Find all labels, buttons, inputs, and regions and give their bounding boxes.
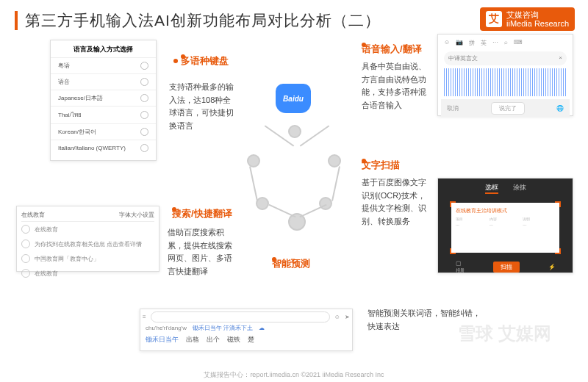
predict-mid: chu'he'ri'dang'w 锄禾日当午 汗滴禾下土 ☁ <box>143 322 350 334</box>
globe-icon[interactable]: 🌐 <box>556 105 564 112</box>
card-ocr: 选框涂抹 在线教育主治培训模式 项目内容说明--------- ▢相册 扫描 ⚡ <box>437 178 573 273</box>
label-voice: 语音输入/翻译 <box>362 43 422 56</box>
lang-option[interactable]: 语音 <box>51 73 156 90</box>
hub-diagram <box>247 125 343 220</box>
lang-option[interactable]: 粤语 <box>51 57 156 73</box>
radio-icon <box>21 269 30 278</box>
footer: 艾媒报告中心：report.iimedia.cn ©2021 iiMedia R… <box>0 370 588 380</box>
card-predict: ≡ ☺ ➤ chu'he'ri'dang'w 锄禾日当午 汗滴禾下土 ☁ 锄禾日… <box>140 309 353 351</box>
card-header: 语言及输入方式选择 <box>51 45 156 57</box>
label-ocr: 文字扫描 <box>362 159 400 172</box>
radio-icon <box>21 254 30 263</box>
camera-icon[interactable]: 📷 <box>456 39 463 47</box>
brand-text: 艾媒咨询iiMedia Research <box>506 10 569 28</box>
label-multilang: 多语种键盘 <box>181 54 229 68</box>
search-row[interactable]: 在线教育 <box>21 222 154 237</box>
desc-voice: 具备中英自由说、方言自由说特色功能，支持多语种混合语音输入 <box>362 60 429 112</box>
gallery-icon[interactable]: ▢相册 <box>456 260 465 274</box>
search-header: 在线教育字体大小设置 <box>21 211 154 222</box>
accent-bar <box>15 11 18 30</box>
label-search: 搜索/快捷翻译 <box>172 207 232 220</box>
desc-multilang: 支持语种最多的输入法，达108种全球语言，可快捷切换语言 <box>169 81 237 132</box>
page-title: 第三方手机输入法AI创新功能布局对比分析（二） <box>25 10 381 31</box>
ocr-capture-area[interactable]: 在线教育主治培训模式 项目内容说明--------- <box>451 203 559 253</box>
close-icon[interactable]: × <box>559 54 562 62</box>
candidate[interactable]: 锄禾日当午 <box>146 335 179 345</box>
candidate-text[interactable]: 锄禾日当午 汗滴禾下土 <box>193 324 253 332</box>
smile-icon[interactable]: ☺ <box>444 39 450 47</box>
lang-option[interactable]: Thai/ไทย <box>51 106 156 123</box>
voice-toolbar: ☺📷 拼 英 ⋯⌕⌨ <box>441 37 570 48</box>
candidate[interactable]: 楚 <box>248 335 254 345</box>
brand-icon: 艾 <box>486 11 502 27</box>
ocr-doc-title: 在线教育主治培训模式 <box>456 207 555 215</box>
search-icon[interactable]: ⌕ <box>504 39 508 47</box>
voice-input-box[interactable]: 中译英言文× <box>444 51 567 65</box>
tab-english[interactable]: 英 <box>481 39 487 47</box>
brand-logo: 艾 艾媒咨询iiMedia Research <box>480 7 575 31</box>
search-row[interactable]: 中国教育网「教育中心」 <box>21 251 154 266</box>
radio-icon <box>21 239 30 248</box>
smile-icon[interactable]: ☺ <box>334 314 340 320</box>
ocr-tabs: 选框涂抹 <box>438 179 573 198</box>
radio-icon <box>21 225 30 234</box>
keyboard-icon[interactable]: ⌨ <box>514 39 523 47</box>
voice-bottom: 取消 说完了 🌐 <box>441 99 570 118</box>
card-voice: ☺📷 拼 英 ⋯⌕⌨ 中译英言文× 取消 说完了 🌐 <box>437 34 573 116</box>
search-row[interactable]: 在线教育 <box>21 266 154 281</box>
candidate[interactable]: 磁铁 <box>227 335 240 345</box>
desc-ocr: 基于百度图像文字识别(OCR)技术，提供文字检测、识别、转换服务 <box>362 176 429 228</box>
cancel-button[interactable]: 取消 <box>447 104 459 112</box>
predict-top: ≡ ☺ ➤ <box>143 311 350 322</box>
candidate[interactable]: 出个 <box>207 335 220 345</box>
more-icon[interactable]: ⋯ <box>492 39 498 47</box>
tab-select[interactable]: 选框 <box>485 183 498 194</box>
baidu-logo: Baidu <box>276 84 311 119</box>
baidu-icon: Baidu <box>276 84 311 113</box>
lang-option[interactable]: Italian/Italiano (QWERTY) <box>51 140 156 156</box>
cloud-icon: ☁ <box>259 325 265 331</box>
done-button[interactable]: 说完了 <box>491 102 525 115</box>
scan-button[interactable]: 扫描 <box>493 262 520 273</box>
flash-icon[interactable]: ⚡ <box>548 264 556 270</box>
card-search: 在线教育字体大小设置 在线教育 为你找到在线教育相关信息 点击查看详情 中国教育… <box>16 206 159 272</box>
candidate[interactable]: 出格 <box>186 335 199 345</box>
waveform <box>444 68 567 96</box>
send-icon[interactable]: ➤ <box>345 314 350 320</box>
tab-smear[interactable]: 涂抹 <box>513 183 526 194</box>
ocr-bottom: ▢相册 扫描 ⚡ <box>438 257 573 277</box>
card-language-select: 语言及输入方式选择 粤语 语音 Japanese/日本語 Thai/ไทย Ko… <box>50 40 157 161</box>
predict-input[interactable] <box>151 311 330 322</box>
search-row[interactable]: 为你找到在线教育相关信息 点击查看详情 <box>21 237 154 251</box>
lang-option[interactable]: Japanese/日本語 <box>51 90 156 106</box>
pinyin-text: chu'he'ri'dang'w <box>146 325 187 331</box>
menu-icon[interactable]: ≡ <box>143 314 146 320</box>
canvas: 语言及输入方式选择 粤语 语音 Japanese/日本語 Thai/ไทย Ko… <box>0 37 588 367</box>
tab-pinyin[interactable]: 拼 <box>469 39 475 47</box>
lang-option[interactable]: Korean/한국어 <box>51 123 156 140</box>
desc-predict: 智能预测关联词语，智能纠错，快速表达 <box>368 307 485 333</box>
desc-search: 借助百度搜索积累，提供在线搜索网页、图片、多语言快捷翻译 <box>168 226 235 278</box>
label-predict: 智能预测 <box>272 257 310 270</box>
predict-candidates: 锄禾日当午 出格 出个 磁铁 楚 <box>143 334 350 346</box>
